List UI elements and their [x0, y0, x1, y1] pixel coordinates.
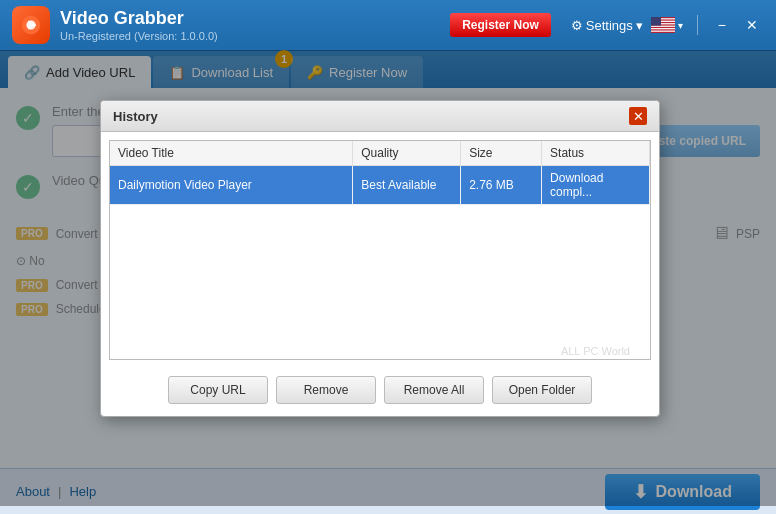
open-folder-button[interactable]: Open Folder — [492, 376, 592, 404]
svg-rect-10 — [651, 17, 661, 26]
row-size: 2.76 MB — [461, 166, 542, 205]
content-area: ✓ Enter the URL to the video you want to… — [0, 88, 776, 468]
table-header-row: Video Title Quality Size Status — [110, 141, 650, 166]
remove-button[interactable]: Remove — [276, 376, 376, 404]
app-subtitle: Un-Registered (Version: 1.0.0.0) — [60, 30, 450, 42]
title-bar: Video Grabber Un-Registered (Version: 1.… — [0, 0, 776, 50]
minimize-button[interactable]: − — [712, 15, 732, 35]
us-flag-icon — [651, 17, 675, 33]
table-header: Video Title Quality Size Status — [110, 141, 650, 166]
modal-buttons: Copy URL Remove Remove All Open Folder — [101, 368, 659, 416]
modal-title: History — [113, 109, 158, 124]
history-table: Video Title Quality Size Status Dailymot… — [110, 141, 650, 205]
table-body: Dailymotion Video Player Best Available … — [110, 166, 650, 205]
flag-dropdown-icon: ▾ — [678, 20, 683, 31]
close-button[interactable]: ✕ — [740, 15, 764, 35]
row-quality: Best Available — [353, 166, 461, 205]
watermark: ALL PC World allpcworld.com — [557, 344, 630, 360]
language-flag-button[interactable]: ▾ — [651, 17, 683, 33]
title-bar-controls: ⚙ Settings ▾ ▾ − ✕ — [571, 15, 764, 35]
history-modal: History ✕ Video Title Quality Size Statu… — [100, 100, 660, 417]
col-header-status: Status — [542, 141, 650, 166]
svg-rect-7 — [651, 26, 675, 27]
table-row[interactable]: Dailymotion Video Player Best Available … — [110, 166, 650, 205]
app-title: Video Grabber — [60, 8, 450, 30]
copy-url-button[interactable]: Copy URL — [168, 376, 268, 404]
col-header-size: Size — [461, 141, 542, 166]
col-header-quality: Quality — [353, 141, 461, 166]
chevron-down-icon: ▾ — [636, 18, 643, 33]
col-header-title: Video Title — [110, 141, 353, 166]
modal-close-button[interactable]: ✕ — [629, 107, 647, 125]
svg-rect-9 — [651, 31, 675, 32]
remove-all-button[interactable]: Remove All — [384, 376, 484, 404]
history-table-container: Video Title Quality Size Status Dailymot… — [109, 140, 651, 360]
watermark-line1: ALL PC World — [557, 344, 630, 359]
svg-rect-8 — [651, 28, 675, 29]
table-empty-area: ALL PC World allpcworld.com — [110, 205, 650, 360]
app-logo — [12, 6, 50, 44]
settings-icon: ⚙ — [571, 18, 583, 33]
modal-title-bar: History ✕ — [101, 101, 659, 132]
modal-overlay: History ✕ Video Title Quality Size Statu… — [0, 50, 776, 506]
register-now-button[interactable]: Register Now — [450, 13, 551, 37]
row-title: Dailymotion Video Player — [110, 166, 353, 205]
row-status: Download compl... — [542, 166, 650, 205]
settings-button[interactable]: ⚙ Settings ▾ — [571, 18, 643, 33]
app-title-area: Video Grabber Un-Registered (Version: 1.… — [60, 8, 450, 42]
app-window: Video Grabber Un-Registered (Version: 1.… — [0, 0, 776, 514]
titlebar-separator — [697, 15, 698, 35]
settings-label: Settings — [586, 18, 633, 33]
